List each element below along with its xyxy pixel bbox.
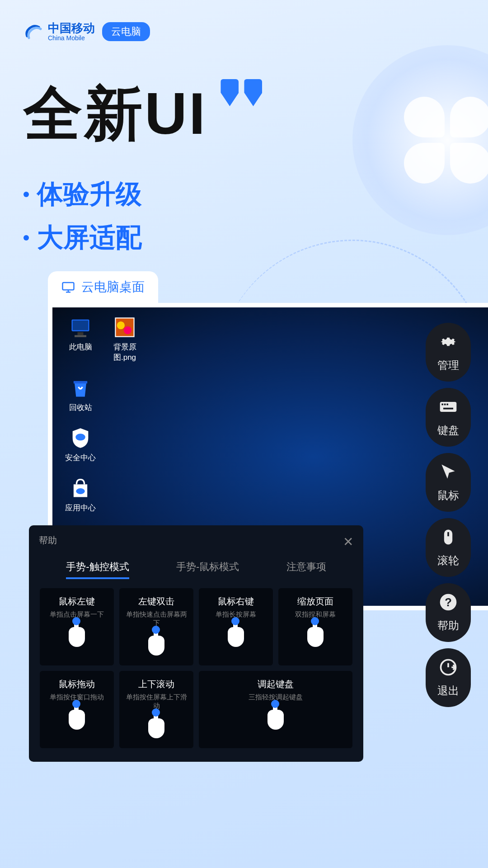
svg-rect-17	[444, 530, 452, 545]
control-rail: 管理键盘鼠标滚轮?帮助退出	[426, 323, 471, 707]
monitor-icon	[61, 280, 75, 294]
svg-point-10	[75, 434, 85, 440]
decorative-circle	[352, 45, 488, 235]
gesture-card: 鼠标拖动单指按住窗口拖动	[40, 671, 114, 748]
brand-header: 中国移动 China Mobile 云电脑	[23, 22, 150, 42]
brand-name-cn: 中国移动	[48, 22, 95, 35]
gear-icon	[438, 332, 458, 354]
svg-rect-18	[447, 532, 449, 536]
help-icon: ?	[438, 592, 458, 615]
rail-keyboard-button[interactable]: 键盘	[426, 388, 471, 447]
hero-bullet: 大屏适配	[23, 220, 265, 255]
gesture-card: 鼠标右键单指长按屏幕	[199, 588, 273, 665]
desktop-icon-store[interactable]: 应用中心	[61, 476, 100, 513]
gesture-card: 上下滚动单指按住屏幕上下滑动	[119, 671, 193, 748]
svg-rect-13	[441, 404, 443, 406]
help-tab[interactable]: 手势-触控模式	[66, 560, 129, 579]
shield-icon	[69, 426, 92, 450]
gesture-hand-icon	[283, 624, 348, 650]
pc-icon	[69, 316, 92, 339]
rail-cursor-button[interactable]: 鼠标	[426, 453, 471, 512]
svg-rect-3	[78, 332, 84, 335]
svg-point-7	[117, 321, 125, 329]
hero-bullet: 体验升级	[23, 177, 265, 212]
cursor-icon	[438, 462, 458, 485]
svg-rect-0	[63, 283, 74, 290]
desktop-icon-shield[interactable]: 安全中心	[61, 426, 100, 463]
svg-rect-12	[440, 402, 457, 412]
desktop-icon-bin[interactable]: 回收站	[61, 376, 100, 413]
brand-name-en: China Mobile	[48, 35, 95, 42]
svg-point-8	[124, 326, 131, 334]
quote-icon	[218, 79, 265, 108]
gesture-hand-icon	[44, 624, 109, 650]
exit-icon	[438, 657, 458, 680]
rail-mouse-button[interactable]: 滚轮	[426, 518, 471, 577]
svg-rect-9	[74, 381, 87, 383]
china-mobile-logo: 中国移动 China Mobile	[23, 22, 95, 42]
mouse-icon	[438, 527, 458, 550]
desktop-tab[interactable]: 云电脑桌面	[48, 271, 158, 303]
gesture-hand-icon	[44, 707, 109, 732]
gesture-card: 鼠标左键单指点击屏幕一下	[40, 588, 114, 665]
gesture-card: 缩放页面双指捏和屏幕	[278, 588, 352, 665]
svg-rect-2	[73, 321, 89, 330]
rail-exit-button[interactable]: 退出	[426, 648, 471, 707]
gesture-hand-icon	[203, 707, 348, 732]
rail-gear-button[interactable]: 管理	[426, 323, 471, 382]
help-tab[interactable]: 注意事项	[286, 560, 326, 579]
svg-rect-15	[446, 404, 448, 406]
gesture-hand-icon	[124, 633, 189, 658]
bin-icon	[69, 376, 92, 400]
svg-rect-4	[75, 335, 86, 337]
help-tab[interactable]: 手势-鼠标模式	[176, 560, 239, 579]
gesture-card: 左键双击单指快速点击屏幕两下	[119, 588, 193, 665]
hero-section: 全新UI 体验升级 大屏适配	[23, 75, 265, 264]
desktop-tab-label: 云电脑桌面	[81, 278, 145, 296]
help-title: 帮助	[39, 534, 57, 549]
svg-rect-16	[443, 408, 453, 410]
keyboard-icon	[438, 397, 458, 420]
desktop-icon-image[interactable]: 背景原图.png	[105, 316, 145, 363]
help-panel: 帮助 ✕ 手势-触控模式手势-鼠标模式注意事项 鼠标左键单指点击屏幕一下左键双击…	[29, 525, 363, 762]
desktop-icon-pc[interactable]: 此电脑	[61, 316, 100, 363]
gesture-card: 调起键盘三指轻按调起键盘	[199, 671, 352, 748]
close-icon[interactable]: ✕	[343, 534, 353, 549]
china-mobile-logo-icon	[23, 22, 43, 42]
svg-rect-14	[444, 404, 446, 406]
clover-icon	[404, 97, 488, 184]
gesture-hand-icon	[124, 716, 189, 741]
store-icon	[69, 476, 92, 500]
product-badge: 云电脑	[102, 22, 150, 41]
gesture-hand-icon	[203, 624, 268, 650]
image-icon	[113, 316, 136, 339]
svg-point-11	[76, 488, 85, 494]
rail-help-button[interactable]: ?帮助	[426, 583, 471, 642]
hero-title: 全新UI	[23, 75, 207, 154]
svg-text:?: ?	[445, 596, 452, 609]
